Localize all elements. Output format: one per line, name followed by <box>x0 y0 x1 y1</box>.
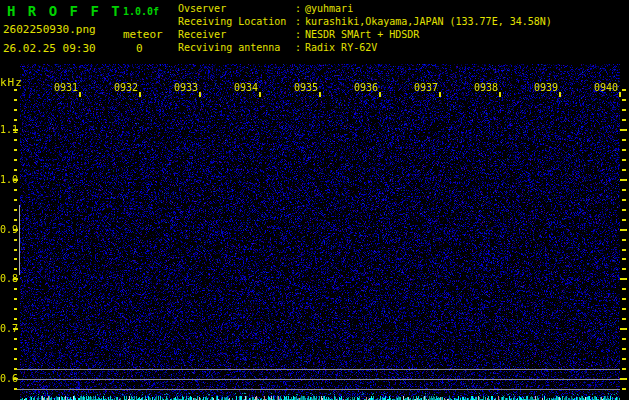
freq-minor-tick-right <box>622 119 626 121</box>
reference-line <box>17 389 620 390</box>
freq-major-tick-right <box>620 378 627 380</box>
freq-major-tick-right <box>620 179 627 181</box>
freq-minor-tick-left <box>14 298 17 300</box>
freq-minor-tick-right <box>622 99 626 101</box>
freq-minor-tick-left <box>14 159 17 161</box>
freq-minor-tick-left <box>14 338 17 340</box>
time-tick-label: 0935 <box>292 82 318 93</box>
datetime-label: 26.02.25 09:30 <box>3 42 96 55</box>
freq-minor-tick-right <box>622 258 626 260</box>
freq-tick-label: 1.1 <box>0 124 13 135</box>
freq-minor-tick-left <box>14 139 17 141</box>
freq-minor-tick-left <box>14 358 17 360</box>
freq-tick-label: 0.8 <box>0 273 13 284</box>
meteor-counter-value: 0 <box>136 42 143 55</box>
freq-minor-tick-left <box>14 209 17 211</box>
freq-minor-tick-left <box>14 219 17 221</box>
info-sep: : <box>295 28 305 41</box>
start-marker-line <box>19 205 20 275</box>
info-label: Recviving antenna <box>178 41 295 54</box>
time-minute-tick <box>139 92 141 97</box>
time-tick-label: 0940 <box>592 82 618 93</box>
freq-minor-tick-right <box>622 169 626 171</box>
time-minute-tick <box>559 92 561 97</box>
station-info-block: Ovserver:@yuhmariReceiving Location:kura… <box>178 2 552 54</box>
freq-minor-tick-left <box>14 258 17 260</box>
freq-minor-tick-right <box>622 139 626 141</box>
freq-minor-tick-right <box>622 388 626 390</box>
freq-major-tick-right <box>620 129 627 131</box>
freq-minor-tick-left <box>14 119 17 121</box>
freq-major-tick-left <box>13 129 18 131</box>
app-title: H R O F F T <box>7 3 122 19</box>
freq-minor-tick-right <box>622 268 626 270</box>
freq-major-tick-right <box>620 229 627 231</box>
time-tick-label: 0932 <box>112 82 138 93</box>
freq-minor-tick-left <box>14 189 17 191</box>
info-row: Receiver:NESDR SMArt + HDSDR <box>178 28 552 41</box>
info-label: Receiving Location <box>178 15 295 28</box>
freq-minor-tick-right <box>622 239 626 241</box>
freq-major-tick-left <box>13 328 18 330</box>
freq-major-tick-left <box>13 229 18 231</box>
freq-minor-tick-right <box>622 219 626 221</box>
time-minute-tick <box>439 92 441 97</box>
time-minute-tick <box>319 92 321 97</box>
info-value: NESDR SMArt + HDSDR <box>305 28 419 41</box>
time-minute-tick <box>619 92 621 97</box>
freq-minor-tick-right <box>622 288 626 290</box>
freq-minor-tick-right <box>622 149 626 151</box>
freq-tick-label: 0.9 <box>0 224 13 235</box>
time-minute-tick <box>259 92 261 97</box>
freq-minor-tick-left <box>14 268 17 270</box>
freq-minor-tick-right <box>622 89 626 91</box>
info-sep: : <box>295 2 305 15</box>
info-value: Radix RY-62V <box>305 41 377 54</box>
freq-tick-label: 0.6 <box>0 373 13 384</box>
time-tick-label: 0939 <box>532 82 558 93</box>
freq-minor-tick-right <box>622 348 626 350</box>
time-minute-tick <box>79 92 81 97</box>
freq-minor-tick-left <box>14 239 17 241</box>
freq-major-tick-left <box>13 278 18 280</box>
freq-minor-tick-right <box>622 298 626 300</box>
info-label: Receiver <box>178 28 295 41</box>
freq-minor-tick-right <box>622 338 626 340</box>
time-tick-label: 0931 <box>52 82 78 93</box>
hrofft-window: H R O F F T 1.0.0f 2602250930.png meteor… <box>0 0 629 400</box>
freq-minor-tick-left <box>14 249 17 251</box>
info-sep: : <box>295 15 305 28</box>
reference-line <box>17 369 620 370</box>
freq-minor-tick-left <box>14 89 17 91</box>
freq-minor-tick-right <box>622 109 626 111</box>
info-label: Ovserver <box>178 2 295 15</box>
info-row: Ovserver:@yuhmari <box>178 2 552 15</box>
y-axis-unit-label: kHz <box>0 76 23 89</box>
freq-tick-label: 0.7 <box>0 323 13 334</box>
time-minute-tick <box>199 92 201 97</box>
freq-minor-tick-right <box>622 189 626 191</box>
time-minute-tick <box>379 92 381 97</box>
app-version-label: 1.0.0f <box>123 6 159 17</box>
freq-minor-tick-left <box>14 318 17 320</box>
freq-minor-tick-right <box>622 209 626 211</box>
freq-minor-tick-left <box>14 99 17 101</box>
info-row: Recviving antenna:Radix RY-62V <box>178 41 552 54</box>
time-tick-label: 0934 <box>232 82 258 93</box>
freq-tick-label: 1.0 <box>0 174 13 185</box>
info-row: Receiving Location:kurashiki,Okayama,JAP… <box>178 15 552 28</box>
spectrogram-canvas <box>20 64 620 400</box>
freq-minor-tick-left <box>14 199 17 201</box>
freq-major-tick-right <box>620 328 627 330</box>
freq-major-tick-left <box>13 179 18 181</box>
meteor-counter-label: meteor <box>123 28 163 41</box>
info-value: @yuhmari <box>305 2 353 15</box>
freq-minor-tick-left <box>14 308 17 310</box>
reference-line <box>17 379 620 380</box>
freq-minor-tick-left <box>14 149 17 151</box>
time-tick-label: 0937 <box>412 82 438 93</box>
time-tick-label: 0933 <box>172 82 198 93</box>
freq-minor-tick-left <box>14 288 17 290</box>
freq-minor-tick-right <box>622 368 626 370</box>
freq-major-tick-right <box>620 278 627 280</box>
